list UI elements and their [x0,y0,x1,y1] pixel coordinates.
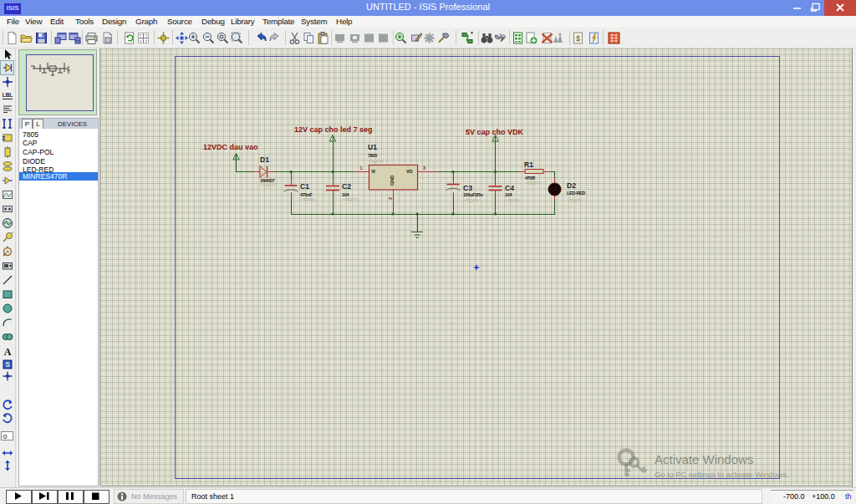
svg-text:A: A [6,249,9,254]
svg-text:A: A [4,346,12,358]
svg-text:LBL: LBL [3,92,13,98]
svg-text:S: S [5,360,10,369]
svg-text:$: $ [576,34,580,43]
